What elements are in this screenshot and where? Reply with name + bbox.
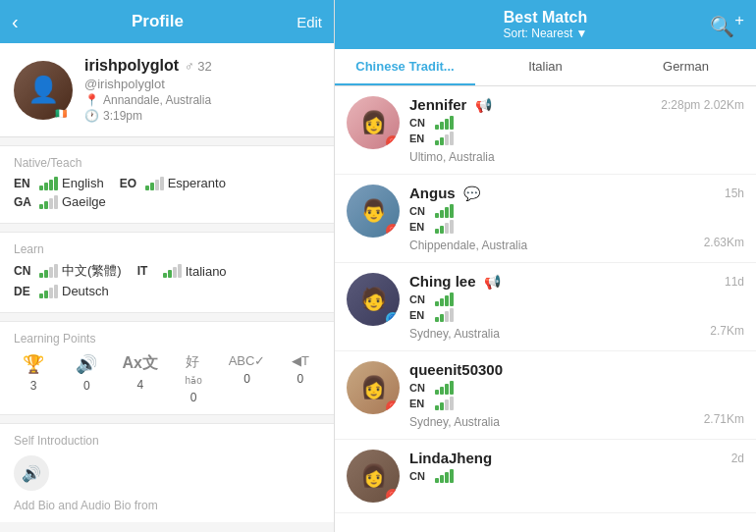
match-item-queenit[interactable]: 👩 🔴 queenit50300 CN [335,351,756,440]
location-row-chinglee: Sydney, Australia 2.7Km [409,324,744,341]
lang-en-angus: EN [409,220,744,234]
time-chinglee: 11d [725,275,744,289]
right-panel: Best Match Sort: Nearest ▼ 🔍+ Chinese Tr… [334,0,756,532]
trophy-icon: 🏆 [23,353,44,375]
name-jennifer: Jennifer 📢 [409,96,492,113]
lang-item-it: IT Italiano [137,262,227,280]
location-angus: Chippendale, Australia [409,239,527,252]
location-row-queenit: Sydney, Australia 2.71Km [409,412,744,429]
clock-icon: 🕐 [84,109,99,123]
match-info-jennifer: Jennifer 📢 2:28pm 2.02Km CN EN [409,96,744,164]
dist-chinglee: 2.7Km [710,324,744,341]
flag-badge: 🇮🇪 [55,108,73,120]
back-button[interactable]: ‹ [12,11,19,33]
tab-chinese-traditional[interactable]: Chinese Tradit... [335,49,475,85]
location-chinglee: Sydney, Australia [409,327,500,341]
right-header: Best Match Sort: Nearest ▼ 🔍+ [335,0,756,49]
match-info-queenit: queenit50300 CN EN [409,361,744,429]
self-intro-section: Self Introduction 🔊 Add Bio and Audio Bi… [0,423,334,522]
points-label: Learning Points [14,332,320,346]
username: irishpolyglot [84,57,179,75]
native-teach-label: Native/Teach [14,156,320,170]
lang-item-de: DE Deutsch [14,284,109,298]
point-item-audio: 🔊 0 [67,353,106,404]
learning-points-section: Learning Points 🏆 3 🔊 0 Ax文 4 好hǎo 0 ABC… [0,321,334,415]
chat-icon-angus: 💬 [463,186,480,201]
match-info-chinglee: Ching lee 📢 11d CN EN [409,273,744,341]
language-tabs: Chinese Tradit... Italian German [335,49,756,86]
learn-section: Learn CN 中文(繁體) IT [0,232,334,313]
avatar-jennifer: 👩 🔴 [347,96,400,149]
left-panel: ‹ Profile Edit 👤 🇮🇪 irishpolyglot ♂ 32 @… [0,0,334,532]
point-item-hao: 好hǎo 0 [174,353,213,404]
name-angus: Angus 💬 [409,185,480,201]
name-row-jennifer: Jennifer 📢 2:28pm 2.02Km [409,96,744,113]
match-info-angus: Angus 💬 15h CN EN [409,185,744,252]
gender-age: ♂ 32 [185,59,212,74]
lang-item-en: EN English [14,176,104,190]
time-angus: 15h [725,186,744,200]
learn-label: Learn [14,242,320,256]
avatar-chinglee: 🧑 🔵 [347,273,400,326]
abc-icon: ABC✓ [229,353,266,368]
point-val-3: 0 [190,391,197,404]
lang-cn-angus: CN [409,204,744,218]
lang-cn-queenit: CN [409,381,744,395]
tab-german[interactable]: German [616,49,756,85]
point-val-5: 0 [297,372,304,386]
match-info-lindajheng: LindaJheng 2d CN [409,450,744,485]
it-bars [163,264,182,278]
name-row-queenit: queenit50300 [409,361,744,378]
cn-bars [39,264,58,278]
profile-section: 👤 🇮🇪 irishpolyglot ♂ 32 @irishpolyglot 📍… [0,43,334,137]
sort-label[interactable]: Sort: Nearest ▼ [504,27,588,40]
points-row: 🏆 3 🔊 0 Ax文 4 好hǎo 0 ABC✓ 0 ◀T 0 [14,353,320,404]
match-list: 👩 🔴 Jennifer 📢 2:28pm 2.02Km CN [335,86,756,532]
time-jennifer: 2:28pm 2.02Km [661,98,744,112]
native-teach-section: Native/Teach EN English EO [0,145,334,224]
flag-dot-chinglee: 🔵 [386,312,400,326]
lang-item-ga: GA Gaeilge [14,194,106,209]
user-time: 🕐 3:19pm [84,109,320,123]
tab-italian[interactable]: Italian [475,49,616,85]
point-val-4: 0 [243,372,250,386]
lang-cn-lindajheng: CN [409,469,744,483]
time-lindajheng: 2d [731,452,744,465]
audio-icon: 🔊 [76,353,97,375]
hao-icon: 好hǎo [186,353,202,387]
point-item-t: ◀T 0 [281,353,320,404]
flag-dot-angus: 🔴 [386,224,400,238]
eo-bars [145,177,164,190]
t-icon: ◀T [292,353,309,368]
match-item-lindajheng[interactable]: 👩 🔴 LindaJheng 2d CN [335,440,756,513]
dist-angus: 2.63Km [704,236,744,252]
add-bio-text: Add Bio and Audio Bio from [14,499,320,512]
match-item-jennifer[interactable]: 👩 🔴 Jennifer 📢 2:28pm 2.02Km CN [335,86,756,175]
left-header: ‹ Profile Edit [0,0,334,43]
native-lang-row-2: GA Gaeilge [14,194,320,209]
native-lang-row: EN English EO Esperanto [14,176,320,190]
location-pin-icon: 📍 [84,93,99,107]
match-item-angus[interactable]: 👨 🔴 Angus 💬 15h CN [335,175,756,263]
location-jennifer: Ultimo, Australia [409,150,495,164]
search-plus-button[interactable]: 🔍+ [710,11,744,38]
audio-bio-button[interactable]: 🔊 [14,455,49,491]
flag-dot-queenit: 🔴 [386,400,400,414]
verified-icon-chinglee: 📢 [484,274,501,290]
name-row-angus: Angus 💬 15h [409,185,744,201]
profile-info: irishpolyglot ♂ 32 @irishpolyglot 📍 Anna… [84,57,320,123]
flag-dot-jennifer: 🔴 [386,135,400,149]
writing-icon: Ax文 [123,353,158,374]
verified-icon-jennifer: 📢 [475,97,492,113]
name-chinglee: Ching lee 📢 [409,273,501,290]
point-val-1: 0 [83,379,90,393]
edit-button[interactable]: Edit [297,14,322,30]
name-row-lindajheng: LindaJheng 2d [409,450,744,466]
point-item-writing: Ax文 4 [121,353,160,404]
match-item-chinglee[interactable]: 🧑 🔵 Ching lee 📢 11d CN [335,263,756,351]
username-row: irishpolyglot ♂ 32 [84,57,320,75]
avatar-lindajheng: 👩 🔴 [347,450,400,503]
ga-bars [39,195,58,209]
avatar-angus: 👨 🔴 [347,185,400,238]
lang-en-queenit: EN [409,397,744,410]
